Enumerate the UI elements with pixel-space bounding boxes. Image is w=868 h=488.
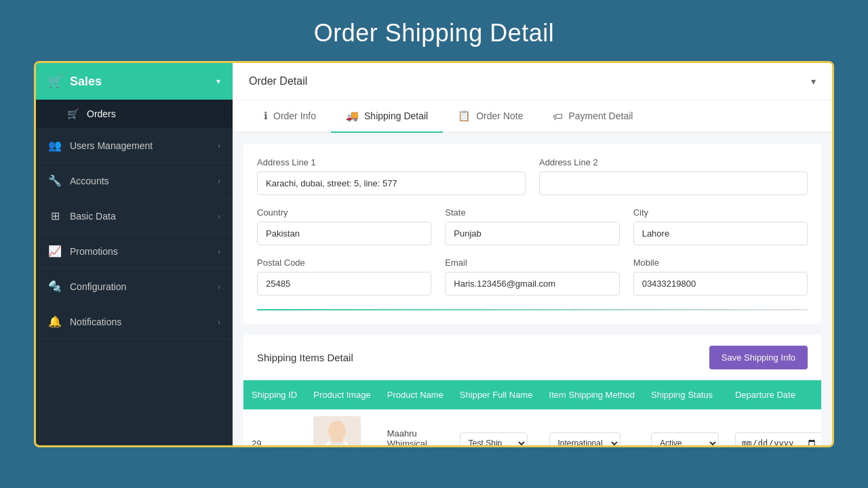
users-management-label: Users Management xyxy=(70,140,153,151)
tab-order-note-label: Order Note xyxy=(476,110,523,121)
col-departure-date: Departure Date xyxy=(727,380,821,409)
sidebar-item-configuration[interactable]: 🔩 Configuration › xyxy=(36,269,233,304)
order-detail-title: Order Detail xyxy=(249,75,307,87)
tab-payment-detail[interactable]: 🏷 Payment Detail xyxy=(538,100,648,133)
tab-order-note[interactable]: 📋 Order Note xyxy=(443,100,538,133)
address-line2-input[interactable] xyxy=(539,171,808,195)
accounts-icon: 🔧 xyxy=(48,174,62,187)
shipping-table-wrapper: Shipping ID Product Image Product Name S… xyxy=(243,380,821,445)
sidebar-item-orders[interactable]: 🛒 Orders xyxy=(36,100,233,128)
main-content: Order Detail ▾ ℹ Order Info 🚚 Shipping D… xyxy=(233,63,832,445)
city-group: City xyxy=(633,207,808,245)
product-person-svg xyxy=(317,418,357,446)
cell-shipping-status: Active Inactive Pending xyxy=(643,409,727,445)
configuration-label: Configuration xyxy=(70,281,126,292)
sidebar-logo-text: 🛒 Sales xyxy=(48,74,102,89)
main-container: 🛒 Sales ▾ 🛒 Orders 👥 Users Management › … xyxy=(34,61,834,447)
notifications-label: Notifications xyxy=(70,317,121,327)
sidebar-item-left: 🔧 Accounts xyxy=(48,174,109,187)
notifications-icon: 🔔 xyxy=(48,315,62,328)
address-line1-group: Address Line 1 xyxy=(257,157,526,195)
sidebar-logo[interactable]: 🛒 Sales ▾ xyxy=(36,63,233,100)
cell-shipping-id: 29 xyxy=(243,409,305,445)
order-info-icon: ℹ xyxy=(264,110,268,122)
col-shipping-id: Shipping ID xyxy=(243,380,305,409)
table-header: Shipping ID Product Image Product Name S… xyxy=(243,380,821,409)
col-shipper-full-name: Shipper Full Name xyxy=(452,380,541,409)
col-product-image: Product Image xyxy=(305,380,379,409)
shipping-method-select[interactable]: International Domestic xyxy=(549,432,620,445)
sidebar-item-left: ⊞ Basic Data xyxy=(48,209,116,222)
address-line2-label: Address Line 2 xyxy=(539,157,808,167)
sidebar-logo-chevron: ▾ xyxy=(216,77,220,86)
shipping-items-header: Shipping Items Detail Save Shipping Info xyxy=(243,335,821,380)
postal-code-input[interactable] xyxy=(257,272,431,296)
cell-product-image xyxy=(305,409,379,445)
promotions-icon: 📈 xyxy=(48,245,62,258)
country-input[interactable] xyxy=(257,222,431,245)
sidebar-item-users-management[interactable]: 👥 Users Management › xyxy=(36,128,233,163)
cell-item-shipping-method: International Domestic xyxy=(541,409,643,445)
country-group: Country xyxy=(257,207,431,245)
cell-shipper-full-name: Test Ship Option 2 xyxy=(452,409,541,445)
svg-rect-3 xyxy=(330,442,345,445)
sidebar-submenu: 🛒 Orders xyxy=(36,100,233,128)
product-image-placeholder xyxy=(313,416,361,445)
address-line1-input[interactable] xyxy=(257,171,526,195)
orders-label: Orders xyxy=(87,108,116,119)
departure-date-input[interactable] xyxy=(735,432,821,445)
tab-order-info-label: Order Info xyxy=(273,110,316,121)
mobile-label: Mobile xyxy=(633,258,808,268)
tabs-container: ℹ Order Info 🚚 Shipping Detail 📋 Order N… xyxy=(233,100,832,133)
email-input[interactable] xyxy=(445,272,619,296)
email-group: Email xyxy=(445,258,619,296)
form-divider xyxy=(257,309,808,310)
shipping-status-select[interactable]: Active Inactive Pending xyxy=(651,432,719,445)
save-shipping-info-button[interactable]: Save Shipping Info xyxy=(709,346,808,369)
order-note-icon: 📋 xyxy=(458,110,471,122)
col-shipping-status: Shipping Status xyxy=(643,380,727,409)
notifications-chevron: › xyxy=(218,318,220,326)
order-detail-header: Order Detail ▾ xyxy=(233,63,832,100)
sidebar-item-notifications[interactable]: 🔔 Notifications › xyxy=(36,304,233,340)
col-item-shipping-method: Item Shipping Method xyxy=(541,380,643,409)
shipper-select[interactable]: Test Ship Option 2 xyxy=(460,432,528,445)
cell-departure-date xyxy=(727,409,821,445)
users-management-chevron: › xyxy=(218,142,220,150)
state-input[interactable] xyxy=(445,222,619,245)
country-label: Country xyxy=(257,207,431,218)
state-label: State xyxy=(445,207,619,218)
mobile-group: Mobile xyxy=(633,258,808,296)
payment-detail-icon: 🏷 xyxy=(553,110,563,122)
accounts-label: Accounts xyxy=(70,176,109,186)
order-detail-chevron: ▾ xyxy=(811,76,816,87)
sales-icon: 🛒 xyxy=(48,74,63,89)
address-row: Address Line 1 Address Line 2 xyxy=(257,157,808,195)
sidebar-item-left: 📈 Promotions xyxy=(48,245,118,258)
mobile-input[interactable] xyxy=(633,272,808,296)
postal-code-label: Postal Code xyxy=(257,258,431,268)
email-label: Email xyxy=(445,258,619,268)
shipping-items-section: Shipping Items Detail Save Shipping Info… xyxy=(243,335,821,445)
city-input[interactable] xyxy=(633,222,808,245)
tab-shipping-detail[interactable]: 🚚 Shipping Detail xyxy=(331,100,443,133)
shipping-detail-icon: 🚚 xyxy=(346,110,359,122)
basic-data-chevron: › xyxy=(218,212,220,220)
sidebar-item-left: 🔔 Notifications xyxy=(48,315,121,328)
sidebar-item-accounts[interactable]: 🔧 Accounts › xyxy=(36,163,233,199)
configuration-icon: 🔩 xyxy=(48,280,62,293)
sidebar-logo-label: Sales xyxy=(70,75,102,89)
configuration-chevron: › xyxy=(218,283,220,291)
address-line1-label: Address Line 1 xyxy=(257,157,526,167)
col-product-name: Product Name xyxy=(379,380,452,409)
tab-order-info[interactable]: ℹ Order Info xyxy=(249,100,331,133)
sidebar-item-left: 🔩 Configuration xyxy=(48,280,126,293)
sidebar-item-promotions[interactable]: 📈 Promotions › xyxy=(36,234,233,269)
country-row: Country State City xyxy=(257,207,808,245)
state-group: State xyxy=(445,207,619,245)
form-section: Address Line 1 Address Line 2 Country St… xyxy=(243,144,821,324)
page-title-section: Order Shipping Detail xyxy=(0,0,868,61)
sidebar-item-left: 👥 Users Management xyxy=(48,139,153,152)
sidebar-item-basic-data[interactable]: ⊞ Basic Data › xyxy=(36,199,233,234)
table-body: 29 xyxy=(243,409,821,445)
